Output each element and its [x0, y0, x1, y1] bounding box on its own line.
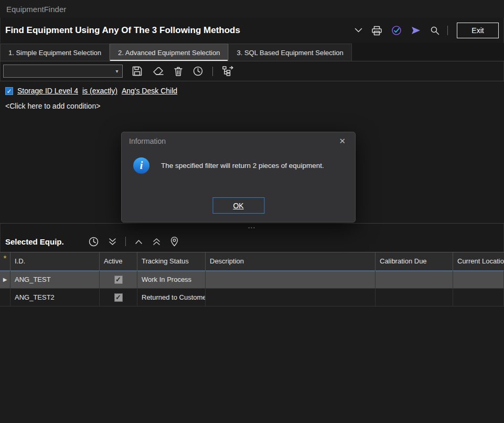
row-indicator-icon: ▶ — [0, 271, 10, 288]
add-condition-link[interactable]: <Click here to add condition> — [5, 102, 499, 110]
column-header-id[interactable]: I.D. — [10, 252, 100, 270]
close-icon[interactable]: ✕ — [337, 135, 348, 147]
cell-description — [206, 271, 376, 288]
active-checkbox[interactable]: ✓ — [114, 276, 123, 284]
grid-empty-area — [0, 306, 504, 423]
print-icon[interactable] — [370, 25, 383, 37]
cell-id: ANG_TEST2 — [10, 289, 100, 306]
condition-value-link[interactable]: Ang's Desk Child — [122, 87, 177, 95]
table-row[interactable]: ▶ ANG_TEST ✓ Work In Process — [0, 271, 504, 289]
column-header-current-location[interactable]: Current Location — [453, 252, 504, 270]
exit-button[interactable]: Exit — [457, 23, 499, 38]
condition-row: ✓ Storage ID Level 4 is (exactly) Ang's … — [5, 87, 499, 95]
delete-filter-trash-icon[interactable] — [173, 66, 184, 77]
condition-checkbox[interactable]: ✓ — [5, 87, 13, 95]
cell-tracking-status: Work In Process — [137, 271, 206, 288]
info-icon: i — [133, 157, 149, 174]
move-all-up-icon[interactable] — [152, 237, 162, 247]
grid-header: * I.D. Active Tracking Status Descriptio… — [0, 252, 504, 271]
dialog-title: Information — [129, 137, 166, 145]
table-row[interactable]: ANG_TEST2 ✓ Returned to Customer — [0, 289, 504, 306]
equipment-finder-window: EquipmentFinder Find Equipment Using Any… — [0, 0, 504, 423]
active-checkbox[interactable]: ✓ — [114, 293, 123, 302]
column-header-calibration-due[interactable]: Calibration Due — [376, 252, 453, 270]
cell-active: ✓ — [100, 271, 137, 288]
cell-active: ✓ — [100, 289, 137, 306]
equip-history-clock-icon[interactable] — [88, 236, 100, 248]
column-header-description[interactable]: Description — [206, 252, 376, 270]
splitter-handle[interactable]: ••• — [0, 224, 504, 231]
header-icons: Exit — [353, 23, 499, 38]
column-header-active[interactable]: Active — [100, 252, 137, 270]
chevron-down-icon[interactable] — [353, 27, 363, 34]
window-titlebar: EquipmentFinder — [0, 0, 504, 18]
dialog-body: i The specified filter will return 2 pie… — [122, 150, 355, 174]
equip-toolbar-divider — [125, 237, 126, 246]
page-title: Find Equipment Using Any Of The 3 Follow… — [5, 25, 240, 36]
cell-current-location — [453, 289, 504, 306]
cell-calibration-due — [376, 289, 453, 306]
tab-simple-equipment-selection[interactable]: 1. Simple Equipment Selection — [0, 44, 110, 61]
dialog-titlebar: Information ✕ — [122, 132, 355, 150]
sync-status-icon[interactable] — [390, 24, 403, 37]
tab-strip: 1. Simple Equipment Selection 2. Advance… — [0, 43, 504, 61]
save-filter-icon[interactable] — [131, 65, 143, 77]
condition-operator-link[interactable]: is (exactly) — [82, 87, 117, 95]
header-divider — [447, 26, 448, 35]
cell-calibration-due — [376, 271, 453, 288]
clear-filter-eraser-icon[interactable] — [152, 66, 165, 77]
send-icon[interactable] — [410, 24, 422, 37]
filter-tree-icon[interactable] — [221, 65, 235, 77]
grid-body: ▶ ANG_TEST ✓ Work In Process ANG_TEST2 ✓… — [0, 271, 504, 306]
filter-toolbar: ▾ — [0, 61, 504, 81]
filter-preset-combobox[interactable]: ▾ — [3, 65, 123, 78]
move-up-icon[interactable] — [134, 238, 144, 246]
move-all-down-icon[interactable] — [108, 237, 117, 247]
ok-button[interactable]: OK — [212, 197, 264, 214]
search-icon[interactable] — [429, 25, 441, 36]
toolbar-divider — [212, 67, 213, 76]
cell-tracking-status: Returned to Customer — [137, 289, 206, 306]
selected-equip-title: Selected Equip. — [5, 237, 64, 246]
new-row-indicator-icon: * — [0, 252, 10, 270]
combo-dropdown-icon[interactable]: ▾ — [112, 68, 122, 74]
cell-id: ANG_TEST — [10, 271, 100, 288]
tab-advanced-equipment-selection[interactable]: 2. Advanced Equipment Selection — [110, 44, 228, 61]
splitter-dots-icon: ••• — [248, 225, 255, 230]
column-header-tracking-status[interactable]: Tracking Status — [137, 252, 206, 270]
selected-equip-toolbar: Selected Equip. — [0, 231, 504, 252]
cell-description — [206, 289, 376, 306]
row-indicator-icon — [0, 289, 10, 306]
condition-field-link[interactable]: Storage ID Level 4 — [17, 87, 78, 95]
information-dialog: Information ✕ i The specified filter wil… — [121, 132, 356, 223]
dialog-message: The specified filter will return 2 piece… — [161, 162, 324, 170]
header: Find Equipment Using Any Of The 3 Follow… — [0, 18, 504, 43]
window-title: EquipmentFinder — [6, 5, 66, 14]
location-pin-icon[interactable] — [169, 236, 179, 248]
history-clock-icon[interactable] — [192, 65, 204, 77]
tab-sql-based-equipment-selection[interactable]: 3. SQL Based Equipment Selection — [228, 44, 351, 61]
cell-current-location — [453, 271, 504, 288]
